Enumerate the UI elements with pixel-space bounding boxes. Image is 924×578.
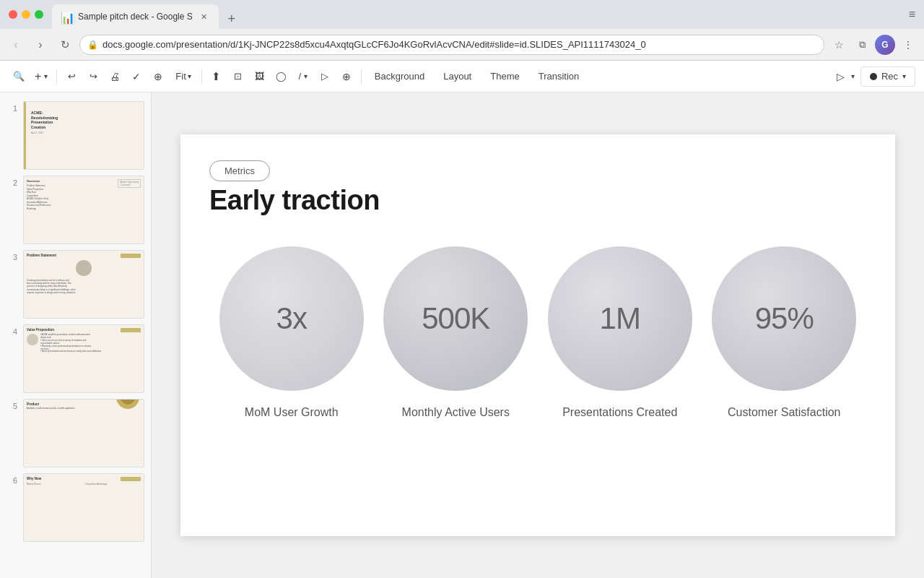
transition-button[interactable]: Transition [530, 66, 588, 87]
metric-value-4: 95% [755, 301, 814, 336]
shape-tool-button[interactable]: ◯ [271, 66, 292, 87]
image-icon: 🖼 [255, 71, 264, 82]
slide-thumb-6[interactable]: 6 Why Now Market Drivers Competitive Adv… [0, 470, 151, 545]
browser-menu-icon[interactable]: ≡ [909, 8, 915, 21]
transition-label: Transition [539, 71, 580, 82]
window-close[interactable] [9, 10, 17, 19]
browser-menu-button[interactable]: ⋮ [898, 35, 918, 55]
metric-item-2: 500K Monthly Active Users [383, 246, 528, 420]
search-button[interactable]: 🔍 [9, 66, 29, 87]
rec-button[interactable]: Rec ▾ [860, 66, 915, 87]
slide-thumb-4[interactable]: 4 Value Proposition • ACME simplifies pr… [0, 322, 151, 396]
zoom-dropdown-icon: ▾ [188, 72, 191, 80]
metric-item-4: 95% Customer Satisfaction [712, 246, 856, 420]
print-button[interactable]: 🖨 [105, 66, 125, 87]
spellcheck-icon: ✓ [132, 71, 141, 82]
image-tool-button[interactable]: 🖼 [250, 66, 270, 87]
redo-button[interactable]: ↪ [83, 66, 103, 87]
rec-dot-icon [870, 73, 877, 80]
slide-img-4[interactable]: Value Proposition • ACME simplifies pres… [23, 324, 144, 393]
profile-button[interactable]: G [875, 35, 895, 55]
tab-favicon: 📊 [61, 11, 72, 22]
rec-label: Rec [881, 71, 898, 82]
canvas-area: Metrics Early traction 3x MoM User Growt… [152, 92, 924, 578]
slide-num-4: 4 [6, 324, 17, 336]
reload-button[interactable]: ↻ [55, 35, 75, 55]
slide-img-5[interactable]: Product Available on web browser and as … [23, 399, 144, 467]
metric-item-1: 3x MoM User Growth [219, 246, 364, 420]
slide-thumb-3[interactable]: 3 Problem Statement Creating presentatio… [0, 247, 151, 322]
toolbar-separator-2 [201, 69, 202, 84]
bookmark-button[interactable]: ☆ [829, 35, 849, 55]
address-bar[interactable]: 🔒 docs.google.com/presentation/d/1Kj-JNC… [79, 35, 824, 55]
metric-label-2: Monthly Active Users [402, 405, 510, 420]
back-button[interactable]: ‹ [6, 35, 26, 55]
url-text: docs.google.com/presentation/d/1Kj-JNCP2… [103, 39, 816, 50]
metric-value-1: 3x [276, 301, 307, 336]
metrics-badge: Metrics [209, 160, 270, 181]
undo-icon: ↩ [68, 71, 76, 82]
slide-num-2: 2 [6, 176, 17, 187]
lock-icon: 🔒 [87, 40, 98, 50]
background-label: Background [375, 71, 424, 82]
plus-icon: + [35, 70, 41, 83]
forward-button[interactable]: › [30, 35, 51, 55]
line-tool-button[interactable]: / ▾ [293, 66, 313, 87]
background-button[interactable]: Background [366, 66, 433, 87]
star-icon: ☆ [834, 39, 844, 51]
layout-label: Layout [443, 71, 471, 82]
toolbar-separator-1 [56, 69, 57, 84]
extensions-button[interactable]: ⧉ [852, 35, 872, 55]
metric-label-1: MoM User Growth [245, 405, 339, 420]
slide-thumb-2[interactable]: 2 Overview Problem StatementValue Propos… [0, 173, 151, 247]
user-avatar[interactable]: G [875, 35, 895, 55]
insert-button[interactable]: + ▾ [30, 66, 52, 87]
rec-dropdown-icon: ▾ [902, 72, 906, 80]
zoom-label: Fit [175, 71, 186, 82]
new-tab-button[interactable]: + [222, 9, 242, 29]
active-tab[interactable]: 📊 Sample pitch deck - Google S ✕ [52, 4, 219, 29]
slide-panel: 1 ACME:RevolutionizingPresentationCreati… [0, 92, 152, 578]
slide-img-2[interactable]: Overview Problem StatementValue Proposit… [23, 176, 144, 244]
back-icon: ‹ [14, 38, 17, 51]
slides-toolbar: 🔍 + ▾ ↩ ↪ 🖨 ✓ ⊕ Fit ▾ [0, 61, 924, 92]
slide-num-6: 6 [6, 473, 17, 485]
slide-img-1[interactable]: ACME:RevolutionizingPresentationCreation… [23, 101, 144, 170]
video-icon: ▷ [321, 71, 328, 82]
metrics-row: 3x MoM User Growth 500K Monthly Active U… [180, 246, 895, 420]
undo-button[interactable]: ↩ [61, 66, 82, 87]
slide-img-6[interactable]: Why Now Market Drivers Competitive Advan… [23, 473, 144, 542]
more-tools-button[interactable]: ⊕ [336, 66, 357, 87]
present-dropdown-button[interactable]: ▷ [831, 66, 851, 87]
line-icon: / [298, 71, 301, 82]
toolbar-separator-3 [361, 69, 362, 84]
metric-circle-2: 500K [383, 246, 528, 391]
video-tool-button[interactable]: ▷ [315, 66, 335, 87]
metric-item-3: 1M Presentations Created [548, 246, 692, 420]
zoom-select[interactable]: Fit ▾ [170, 66, 196, 87]
extensions-icon: ⧉ [859, 39, 866, 51]
tab-close-button[interactable]: ✕ [199, 11, 210, 22]
slide-thumb-5[interactable]: 5 Product Available on web browser and a… [0, 396, 151, 470]
present-dropdown-chevron[interactable]: ▾ [851, 72, 855, 80]
slide-img-3[interactable]: Problem Statement Creating presentations… [23, 250, 144, 319]
shapes-icon: ◯ [276, 71, 287, 82]
theme-label: Theme [490, 71, 519, 82]
slide-canvas[interactable]: Metrics Early traction 3x MoM User Growt… [180, 134, 895, 536]
layout-button[interactable]: Layout [435, 66, 480, 87]
text-tool-button[interactable]: ⊡ [228, 66, 248, 87]
slide-thumb-1[interactable]: 1 ACME:RevolutionizingPresentationCreati… [0, 98, 151, 173]
metric-label-3: Presentations Created [562, 405, 677, 420]
theme-button[interactable]: Theme [481, 66, 528, 87]
slide-num-3: 3 [6, 250, 17, 262]
zoom-button[interactable]: ⊕ [148, 66, 168, 87]
metric-value-3: 1M [600, 301, 640, 336]
tab-title: Sample pitch deck - Google S [78, 12, 193, 22]
spellcheck-button[interactable]: ✓ [126, 66, 147, 87]
cursor-icon: ⬆ [212, 70, 221, 83]
metrics-badge-label: Metrics [225, 165, 255, 176]
window-maximize[interactable] [35, 10, 43, 19]
select-tool-button[interactable]: ⬆ [206, 66, 227, 87]
present-arrow-icon: ▷ [837, 71, 845, 82]
window-minimize[interactable] [22, 10, 30, 19]
